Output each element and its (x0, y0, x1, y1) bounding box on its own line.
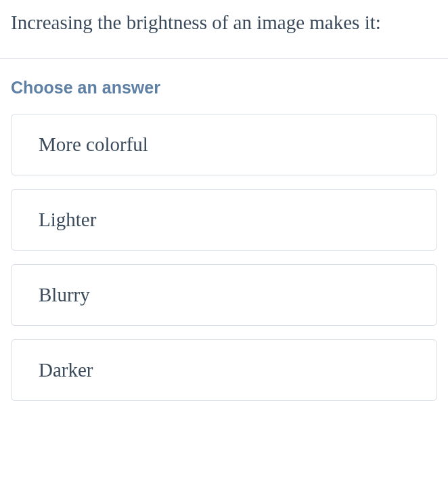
question-text: Increasing the brightness of an image ma… (11, 7, 437, 38)
option-blurry[interactable]: Blurry (11, 264, 437, 326)
option-label: More colorful (39, 133, 148, 155)
option-more-colorful[interactable]: More colorful (11, 114, 437, 175)
option-label: Darker (39, 359, 93, 381)
option-darker[interactable]: Darker (11, 339, 437, 401)
choose-answer-label: Choose an answer (11, 78, 437, 98)
question-section: Increasing the brightness of an image ma… (0, 0, 448, 58)
answer-section: Choose an answer More colorful Lighter B… (0, 59, 448, 428)
option-label: Blurry (39, 284, 90, 305)
option-lighter[interactable]: Lighter (11, 189, 437, 251)
option-label: Lighter (39, 209, 96, 230)
